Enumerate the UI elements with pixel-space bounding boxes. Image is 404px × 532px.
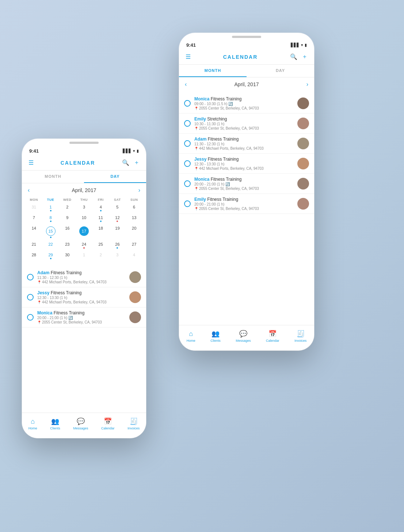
nav-clients-front[interactable]: 👥 Clients (210, 330, 221, 342)
nav-messages-back[interactable]: 💬 Messages (73, 417, 88, 430)
nav-home-front[interactable]: ⌂ Home (187, 330, 195, 342)
nav-home-back[interactable]: ⌂ Home (28, 418, 37, 430)
day-28[interactable]: 28 (26, 252, 42, 261)
nav-messages-front[interactable]: 💬 Messages (236, 330, 251, 342)
day-1[interactable]: 1 (42, 204, 59, 214)
avatar (129, 271, 141, 283)
add-icon[interactable]: ＋ (302, 53, 308, 61)
nav-calendar-back[interactable]: 📅 Calendar (101, 417, 115, 430)
nav-invoices-back[interactable]: 🧾 Invoices (127, 417, 140, 430)
day-13[interactable]: 13 (126, 214, 142, 224)
dh-sun: SUN (126, 197, 142, 202)
next-month-front[interactable]: › (306, 81, 308, 88)
appt-emily-fit-front[interactable]: Emily Fitness Training 20:00 - 21:00 (1 … (179, 194, 314, 214)
day-22[interactable]: 22 (42, 241, 59, 251)
day-14[interactable]: 14 (26, 225, 42, 240)
day-23[interactable]: 23 (59, 241, 76, 251)
tab-month-back[interactable]: MONTH (22, 171, 84, 183)
day-17[interactable]: 17 (76, 225, 92, 240)
appt-emily-stretch-front[interactable]: Emily Stretching 10:30 - 11:30 (1 h) 📍20… (179, 114, 314, 134)
status-bar-front: 9:41 ▋▋▋ ▾ ▮ (179, 38, 314, 50)
nav-clients-back[interactable]: 👥 Clients (50, 417, 60, 430)
menu-icon[interactable]: ☰ (28, 159, 34, 166)
add-icon[interactable]: ＋ (134, 159, 140, 167)
appt-monica-1-front[interactable]: Monica Fitness Training 09:00 - 10:30 (1… (179, 93, 314, 114)
day-m3[interactable]: 3 (109, 252, 126, 261)
day-9[interactable]: 9 (59, 214, 76, 224)
tab-month-front[interactable]: MONTH (179, 65, 247, 77)
day-7[interactable]: 7 (26, 214, 42, 224)
appt-monica-2-front[interactable]: Monica Fitness Training 20:00 - 21:00 (1… (179, 174, 314, 194)
day-19[interactable]: 19 (109, 225, 126, 240)
nav-label: Home (187, 339, 195, 342)
day-8[interactable]: 8 (42, 214, 59, 224)
appt-list-front: Monica Fitness Training 09:00 - 10:30 (1… (179, 91, 314, 216)
day-10[interactable]: 10 (76, 214, 92, 224)
day-31[interactable]: 31 (26, 204, 42, 214)
appt-check (27, 314, 34, 321)
day-5[interactable]: 5 (109, 204, 126, 214)
appt-location: 📍2055 Center St, Berkeley, CA, 94703 (194, 126, 294, 130)
appt-title: Emily Stretching (194, 116, 294, 122)
tab-day-front[interactable]: DAY (247, 65, 314, 77)
appt-info: Monica Fitness Training 20:00 - 21:00 (1… (37, 310, 126, 324)
appt-time: 12:30 - 13:30 (1 h) (194, 162, 294, 166)
day-30[interactable]: 30 (59, 252, 76, 261)
day-21[interactable]: 21 (26, 241, 42, 251)
appt-adam-front[interactable]: Adam Fitness Training 11:30 - 12:30 (1 h… (179, 134, 314, 154)
prev-month-back[interactable]: ‹ (28, 187, 30, 194)
day-25[interactable]: 25 (92, 241, 109, 251)
day-16[interactable]: 16 (59, 225, 76, 240)
day-m1[interactable]: 1 (76, 252, 92, 261)
appt-adam-back[interactable]: Adam Fitness Training 11:30 - 12:30 (1 h… (22, 267, 146, 287)
header-title-back: CALENDAR (61, 160, 95, 166)
nav-label: Calendar (101, 426, 115, 430)
screen-front: ☰ CALENDAR 🔍 ＋ MONTH DAY ‹ April, 2017 ›… (179, 50, 314, 324)
appt-jessy-front[interactable]: Jessy Fitness Training 12:30 - 13:30 (1 … (179, 154, 314, 174)
bottom-nav-front: ⌂ Home 👥 Clients 💬 Messages 📅 Calendar 🧾… (179, 325, 314, 351)
day-15[interactable]: 15 (42, 225, 59, 240)
messages-icon: 💬 (239, 330, 247, 338)
week-4: 21 22 23 24 25 26 27 (26, 241, 142, 251)
day-24[interactable]: 24 (76, 241, 92, 251)
day-6[interactable]: 6 (126, 204, 142, 214)
appt-monica-back[interactable]: Monica Fitness Training 20:00 - 21:00 (1… (22, 307, 146, 328)
appt-check (27, 274, 34, 280)
day-29[interactable]: 29 (42, 252, 59, 261)
wifi-icon: ▾ (301, 43, 303, 47)
day-m2[interactable]: 2 (92, 252, 109, 261)
search-icon[interactable]: 🔍 (122, 159, 129, 166)
day-2[interactable]: 2 (59, 204, 76, 214)
search-icon[interactable]: 🔍 (290, 53, 297, 60)
day-4[interactable]: 4 (92, 204, 109, 214)
day-26[interactable]: 26 (109, 241, 126, 251)
next-month-back[interactable]: › (138, 187, 140, 194)
week-1: 31 1 2 3 4 5 6 (26, 204, 142, 214)
month-title-back: April, 2017 (72, 187, 96, 193)
tab-day-back[interactable]: DAY (84, 171, 146, 183)
nav-label: Clients (50, 426, 60, 430)
calendar-grid-back: MON TUE WED THU FRI SAT SUN 31 1 2 3 4 5… (22, 197, 146, 265)
appt-info: Jessy Fitness Training 12:30 - 13:30 (1 … (37, 290, 126, 304)
nav-invoices-front[interactable]: 🧾 Invoices (294, 330, 306, 342)
prev-month-front[interactable]: ‹ (185, 81, 187, 88)
day-27[interactable]: 27 (126, 241, 142, 251)
appt-check (184, 200, 191, 207)
appt-info: Adam Fitness Training 11:30 - 12:30 (1 h… (194, 137, 294, 150)
appt-location: 📍2055 Center St, Berkeley, CA, 94703 (194, 106, 294, 110)
appt-info: Emily Stretching 10:30 - 11:30 (1 h) 📍20… (194, 116, 294, 130)
nav-calendar-front[interactable]: 📅 Calendar (266, 330, 279, 342)
appt-check (184, 100, 191, 107)
day-20[interactable]: 20 (126, 225, 142, 240)
appt-info: Emily Fitness Training 20:00 - 21:00 (1 … (194, 197, 294, 211)
day-12[interactable]: 12 (109, 214, 126, 224)
day-m4[interactable]: 4 (126, 252, 142, 261)
menu-icon[interactable]: ☰ (186, 53, 191, 60)
day-3[interactable]: 3 (76, 204, 92, 214)
status-bar-back: 9:41 ▋▋▋ ▾ ▮ (22, 144, 146, 156)
appt-location: 📍2055 Center St, Berkeley, CA, 94703 (194, 207, 294, 211)
day-18[interactable]: 18 (92, 225, 109, 240)
appt-jessy-back[interactable]: Jessy Fitness Training 12:30 - 13:30 (1 … (22, 287, 146, 307)
day-11[interactable]: 11 (92, 214, 109, 224)
avatar (297, 178, 309, 190)
